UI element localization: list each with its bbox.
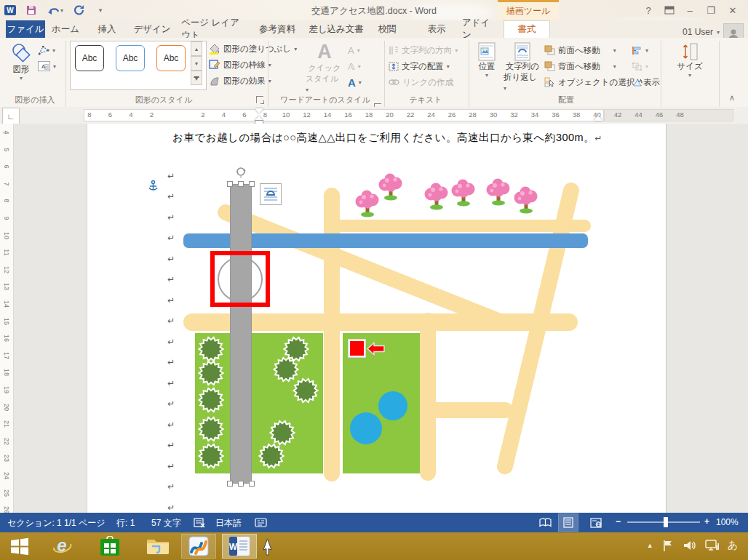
align-objects-button[interactable]: ▾ bbox=[632, 44, 648, 57]
status-pages[interactable]: 1/1 ページ bbox=[64, 517, 106, 529]
tab-file[interactable]: ファイル bbox=[6, 20, 45, 38]
align-text-button[interactable]: 文字の配置▾ bbox=[389, 60, 450, 73]
shape-styles-dialog-launcher-icon[interactable] bbox=[256, 96, 263, 103]
tab-format-active[interactable]: 書式 bbox=[504, 20, 550, 38]
shape-style-3[interactable]: Abc bbox=[156, 45, 186, 71]
read-mode-view-button[interactable] bbox=[536, 514, 554, 531]
system-tray: ▲ あ bbox=[647, 539, 738, 552]
tab-references[interactable]: 参考資料 bbox=[256, 20, 298, 38]
hruler-number: 26 bbox=[446, 111, 458, 119]
web-layout-view-button[interactable] bbox=[586, 514, 605, 531]
position-button[interactable]: 位置▾ bbox=[473, 42, 501, 79]
tab-addins[interactable]: アドイン bbox=[462, 20, 498, 38]
shape-style-1[interactable]: Abc bbox=[75, 45, 104, 71]
gallery-up-icon[interactable]: ▴ bbox=[191, 41, 202, 56]
proofing-status-icon[interactable] bbox=[194, 517, 206, 528]
first-line-indent-marker[interactable] bbox=[255, 108, 263, 113]
wordart-a-icon: A bbox=[317, 41, 332, 63]
vruler-number: 20 bbox=[3, 401, 10, 413]
zoom-out-button[interactable]: − bbox=[616, 516, 621, 527]
shape-effects-icon bbox=[209, 76, 220, 87]
edit-shape-button[interactable]: ▾ bbox=[38, 44, 55, 57]
bring-forward-button[interactable]: 前面へ移動▾ bbox=[544, 44, 616, 57]
gallery-more-icon[interactable]: ▬▾ bbox=[191, 71, 202, 85]
size-button[interactable]: サイズ▾ bbox=[669, 42, 710, 79]
tab-insert[interactable]: 挿入 bbox=[91, 20, 123, 38]
tab-mailings[interactable]: 差し込み文書 bbox=[306, 20, 367, 38]
shape-outline-button[interactable]: 図形の枠線▾ bbox=[209, 58, 271, 71]
text-outline-button[interactable]: 𝔸▾ bbox=[348, 60, 361, 73]
vruler-number: 7 bbox=[3, 178, 10, 190]
vruler-number: 24 bbox=[3, 470, 10, 481]
zoom-level[interactable]: 100% bbox=[716, 517, 739, 527]
vruler-number: 14 bbox=[3, 298, 10, 310]
ribbon-tab-row: ファイル ホーム 挿入 デザイン ページ レイアウト 参考資料 差し込み文書 校… bbox=[0, 20, 748, 38]
shape-fill-button[interactable]: 図形の塗りつぶし▾ bbox=[209, 42, 297, 55]
tab-design[interactable]: デザイン bbox=[132, 20, 172, 38]
volume-icon[interactable] bbox=[683, 540, 696, 551]
internet-explorer-icon[interactable]: e bbox=[45, 535, 79, 558]
create-link-button[interactable]: リンクの作成 bbox=[389, 76, 453, 89]
text-fill-button[interactable]: A▾ bbox=[348, 44, 360, 57]
tab-selector[interactable]: ∟ bbox=[2, 108, 20, 125]
user-dropdown-icon[interactable]: ▾ bbox=[717, 29, 720, 36]
horizontal-ruler[interactable]: 8642246810121416182022242628303234363840… bbox=[0, 107, 748, 124]
status-bar: セクション: 1 1/1 ページ 行: 1 57 文字 日本語 − + 100% bbox=[0, 513, 748, 532]
send-backward-button[interactable]: 背面へ移動▾ bbox=[544, 60, 616, 73]
hruler-number: 6 bbox=[105, 111, 116, 119]
contextual-tab-group-drawing-tools: 描画ツール bbox=[498, 0, 559, 20]
group-label-arrange: 配置 bbox=[530, 95, 602, 105]
rotate-objects-button[interactable]: ▾ bbox=[632, 76, 648, 89]
text-box-button[interactable]: A▾ bbox=[38, 60, 56, 73]
right-indent-marker[interactable] bbox=[594, 116, 602, 121]
zoom-slider-thumb[interactable] bbox=[664, 517, 668, 527]
status-section[interactable]: セクション: 1 bbox=[7, 517, 62, 529]
zoom-in-button[interactable]: + bbox=[704, 516, 709, 527]
tray-expand-icon[interactable]: ▲ bbox=[647, 542, 653, 549]
help-button[interactable]: ? bbox=[640, 3, 656, 17]
close-button[interactable]: ✕ bbox=[723, 3, 742, 17]
text-direction-button[interactable]: 文字列の方向▾ bbox=[389, 44, 458, 57]
hruler-number: 32 bbox=[509, 111, 520, 119]
status-line[interactable]: 行: 1 bbox=[116, 517, 135, 529]
hruler-number: 2 bbox=[197, 111, 209, 119]
gallery-down-icon[interactable]: ▾ bbox=[191, 56, 202, 71]
hruler-number: 20 bbox=[384, 111, 396, 119]
document-page[interactable] bbox=[87, 124, 667, 513]
action-center-flag-icon[interactable] bbox=[662, 540, 675, 552]
edit-shape-icon bbox=[38, 45, 49, 55]
start-button[interactable] bbox=[3, 535, 36, 558]
vertical-ruler[interactable]: 4567891011121314151617181920212223242526… bbox=[0, 124, 14, 513]
ime-status-icon[interactable] bbox=[255, 517, 267, 528]
word-taskbar-icon[interactable]: W bbox=[223, 535, 256, 558]
hruler-number: 30 bbox=[488, 111, 499, 119]
collapse-ribbon-icon[interactable]: ∧ bbox=[729, 93, 735, 103]
tab-home[interactable]: ホーム bbox=[49, 20, 81, 38]
status-language[interactable]: 日本語 bbox=[215, 517, 242, 529]
ribbon-display-options-button[interactable] bbox=[661, 3, 678, 17]
minimize-button[interactable]: – bbox=[681, 3, 699, 17]
windows-store-icon[interactable] bbox=[93, 535, 127, 558]
wordart-quick-styles-button[interactable]: A クイック スタイル ▾ bbox=[306, 41, 343, 93]
wrap-text-button[interactable]: 文字列の 折り返し ▾ bbox=[504, 42, 541, 92]
ribbon: 図形 ▾ ▾ A▾ 図形の挿入 Abc Abc Abc ▴ ▾ ▬▾ 図形の塗り… bbox=[0, 38, 748, 108]
tab-page-layout[interactable]: ページ レイアウト bbox=[181, 20, 248, 38]
status-chars[interactable]: 57 文字 bbox=[151, 517, 181, 529]
file-explorer-icon[interactable] bbox=[141, 535, 175, 558]
hruler-number: 22 bbox=[405, 111, 416, 119]
ime-mode-indicator[interactable]: あ bbox=[728, 539, 738, 552]
network-icon[interactable] bbox=[705, 540, 719, 551]
shapes-button[interactable]: 図形 ▾ bbox=[7, 42, 35, 81]
tab-view[interactable]: 表示 bbox=[421, 20, 453, 38]
shape-style-2[interactable]: Abc bbox=[116, 45, 145, 71]
group-objects-button[interactable]: ▾ bbox=[632, 60, 648, 73]
print-layout-view-button[interactable] bbox=[559, 514, 578, 531]
vruler-number: 15 bbox=[3, 316, 10, 327]
shape-effects-button[interactable]: 図形の効果▾ bbox=[209, 74, 271, 87]
restore-button[interactable]: ❐ bbox=[701, 3, 720, 17]
photoscape-app-icon[interactable] bbox=[182, 535, 215, 558]
tab-review[interactable]: 校閲 bbox=[371, 20, 403, 38]
hanging-indent-marker[interactable] bbox=[255, 116, 263, 121]
text-effects-button[interactable]: A▾ bbox=[348, 76, 362, 89]
user-name: 01 User bbox=[683, 27, 713, 37]
